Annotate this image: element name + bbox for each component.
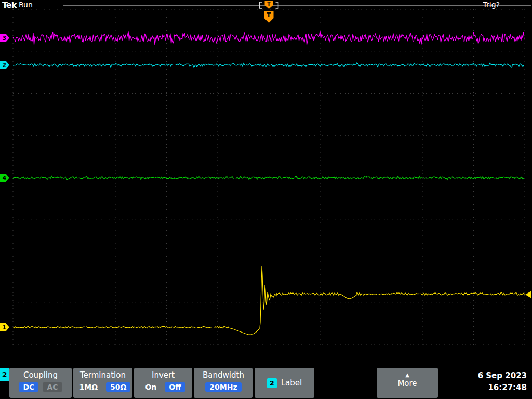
trigger-flag[interactable]: T [264,11,274,23]
acq-status: Run [19,1,33,9]
menu-channel-badge: 2 [0,368,9,381]
trigger-status: Trig? [483,1,500,9]
header-bar: Tek Run Trig? [0,0,532,9]
coupling-ac-option[interactable]: AC [43,382,62,392]
bandwidth-button[interactable]: Bandwidth 20MHz [194,368,253,398]
termination-title: Termination [73,370,132,380]
svg-text:2: 2 [3,62,7,69]
channel-4-marker[interactable]: 4 [0,174,9,182]
more-title: More [377,379,438,388]
termination-50-option[interactable]: 50Ω [106,382,130,392]
invert-title: Invert [134,370,192,380]
invert-off-option[interactable]: Off [165,382,185,392]
label-title: Label [281,378,302,388]
termination-1m-option[interactable]: 1MΩ [75,382,102,392]
more-button[interactable]: ▲ More [377,368,438,398]
waveforms [13,31,525,335]
coupling-button[interactable]: Coupling DC AC [9,368,72,398]
invert-on-option[interactable]: On [141,382,161,392]
termination-button[interactable]: Termination 1MΩ 50Ω [73,368,132,398]
bandwidth-20mhz-option[interactable]: 20MHz [205,382,241,392]
tek-logo: Tek [2,0,16,10]
scope-overlays: 1234TT [0,1,531,331]
svg-text:T: T [267,11,271,19]
svg-text:1: 1 [3,324,7,331]
time-text: 16:27:48 [468,382,527,394]
more-up-arrow-icon: ▲ [377,372,438,378]
label-button[interactable]: 2 Label [255,368,314,398]
label-channel-badge: 2 [267,378,277,388]
datetime-display: 6 Sep 2023 16:27:48 [468,370,529,394]
coupling-dc-option[interactable]: DC [19,382,38,392]
date-text: 6 Sep 2023 [468,370,527,382]
channel-1-marker[interactable]: 1 [0,323,9,331]
scope-display: 1234TT [0,0,532,399]
invert-button[interactable]: Invert On Off [134,368,192,398]
channel-2-marker[interactable]: 2 [0,61,9,69]
oscilloscope-screen: Tek Run Trig? 1234TT 1 5.00 V Bw 2 10.0m… [0,0,532,399]
bottom-menu: 2 Coupling DC AC Termination 1MΩ 50Ω Inv… [0,367,532,399]
ch1-level-arrow[interactable] [525,291,531,298]
svg-text:4: 4 [3,175,7,181]
svg-text:3: 3 [3,35,7,42]
trace-ch4 [13,176,524,180]
coupling-title: Coupling [9,370,72,380]
bandwidth-title: Bandwidth [194,370,253,380]
channel-3-marker[interactable]: 3 [0,34,9,42]
readout-bar: 1 5.00 V Bw 2 10.0mVΩ Bw 3 20.0mVΩ Bw 4 … [0,346,532,367]
